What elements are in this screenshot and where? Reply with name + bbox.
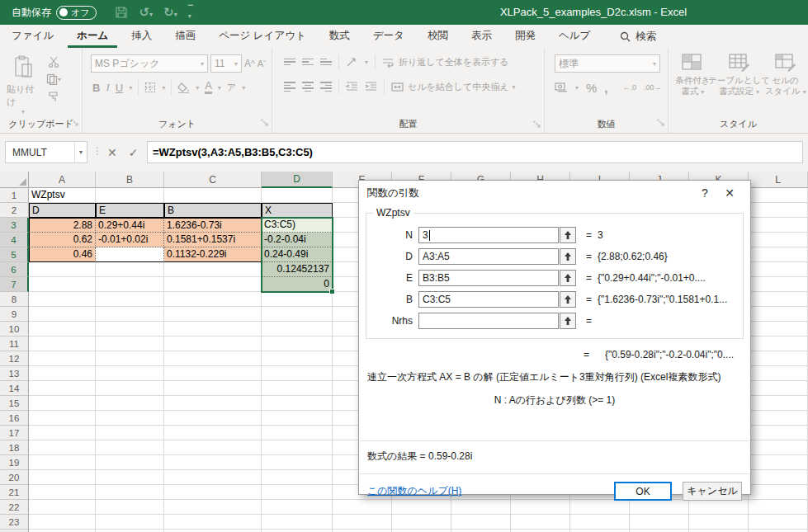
fill-color-button[interactable] [177,82,190,93]
tab-help[interactable]: ヘルプ [550,25,599,48]
cell-D9[interactable] [262,307,333,322]
row-header-11[interactable]: 11 [0,337,29,351]
cell-B20[interactable] [96,470,164,485]
tab-review[interactable]: 校閲 [418,25,457,48]
ruby-button[interactable]: ア [227,82,236,94]
shrink-font-button[interactable]: Aˇ [258,59,266,68]
cell-A11[interactable] [29,337,96,351]
cell-A8[interactable] [29,292,96,307]
cell-A7[interactable] [29,277,96,292]
undo-button[interactable]: ↺▾ [139,5,153,20]
cell-L16[interactable] [749,411,808,426]
conditional-formatting-button[interactable]: 条件付き 書式 ▾ [672,54,714,97]
merge-center-button[interactable]: セルを結合して中央揃え ▾ [391,81,516,93]
cell-A21[interactable] [29,485,96,500]
cell-C20[interactable] [164,470,262,485]
tab-draw[interactable]: 描画 [166,25,205,48]
cell-D2[interactable]: X [262,203,333,218]
cell-I23[interactable] [570,515,630,530]
cell-G22[interactable] [451,500,511,515]
cell-B1[interactable] [96,188,164,203]
tab-data[interactable]: データ [364,25,413,48]
cell-D21[interactable] [262,485,333,500]
tab-page-layout[interactable]: ページ レイアウト [210,25,315,48]
cell-C19[interactable] [164,455,262,470]
format-as-table-button[interactable]: テーブルとして 書式設定 ▾ [717,54,762,97]
cell-A15[interactable] [29,396,96,411]
cell-L11[interactable] [749,337,808,351]
customize-qat-button[interactable]: ▔▾ [188,5,192,20]
save-button[interactable] [115,6,128,19]
row-header-9[interactable]: 9 [0,307,29,322]
cell-K23[interactable] [689,515,749,530]
cell-C10[interactable] [164,322,262,337]
align-center-button[interactable] [302,82,314,92]
name-box-dropdown-icon[interactable]: ▾ [74,142,87,162]
tab-developer[interactable]: 開発 [506,25,545,48]
cell-C2[interactable]: B [164,203,262,218]
range-picker-e[interactable] [560,270,576,286]
cell-L18[interactable] [749,440,808,455]
font-color-button[interactable]: A [205,81,212,94]
cell-D14[interactable] [262,381,333,396]
cell-D23[interactable] [262,515,333,530]
row-header-21[interactable]: 21 [0,485,29,500]
cell-B3[interactable]: 0.29+0.44i [96,218,164,233]
cell-C18[interactable] [164,440,262,455]
cell-C21[interactable] [164,485,262,500]
cell-A5[interactable]: 0.46 [29,247,96,262]
orientation-button[interactable] [346,57,358,68]
arg-input-e[interactable]: B3:B5 [418,270,559,286]
cell-B23[interactable] [96,515,164,530]
cell-L1[interactable] [749,188,808,203]
cell-D16[interactable] [262,411,333,426]
cancel-button[interactable]: キャンセル [683,482,742,501]
decrease-indent-button[interactable] [346,82,358,92]
cell-E22[interactable] [333,500,392,515]
cell-B15[interactable] [96,396,164,411]
cell-D18[interactable] [262,440,333,455]
copy-button[interactable]: ▾ [46,73,61,85]
cell-D12[interactable] [262,351,333,366]
cell-B18[interactable] [96,440,164,455]
comma-style-button[interactable]: , [604,81,607,95]
tab-home[interactable]: ホーム [68,25,117,48]
row-header-7[interactable]: 7 [0,277,29,292]
cell-C23[interactable] [164,515,262,530]
col-header-D[interactable]: D [262,172,333,188]
range-picker-nrhs[interactable] [560,313,576,329]
cell-L3[interactable] [749,218,808,233]
row-header-13[interactable]: 13 [0,366,29,381]
italic-button[interactable]: I [106,81,109,94]
cell-A16[interactable] [29,411,96,426]
cell-A20[interactable] [29,470,96,485]
cell-A12[interactable] [29,351,96,366]
wrap-text-button[interactable]: 折り返して全体を表示する [382,56,509,68]
cell-C16[interactable] [164,411,262,426]
cell-L17[interactable] [749,426,808,440]
cell-A17[interactable] [29,426,96,440]
cell-C9[interactable] [164,307,262,322]
arg-input-n[interactable]: 3 [418,227,559,243]
cell-A14[interactable] [29,381,96,396]
cell-B10[interactable] [96,322,164,337]
cell-D19[interactable] [262,455,333,470]
redo-button[interactable]: ↻▾ [163,5,177,20]
percent-style-button[interactable]: % [586,81,597,95]
font-size-combobox[interactable]: 11 ▾ [210,54,242,73]
col-header-C[interactable]: C [164,172,262,188]
font-dialog-launcher[interactable] [261,115,268,129]
search-box[interactable]: 検索 [620,30,656,44]
cell-A10[interactable] [29,322,96,337]
row-header-14[interactable]: 14 [0,381,29,396]
fill-handle[interactable] [329,289,335,294]
dialog-title-bar[interactable]: 関数の引数 ? ✕ [359,181,750,205]
cell-styles-button[interactable]: セルの スタイル ▾ [765,54,807,97]
format-painter-button[interactable] [46,91,61,102]
function-help-link[interactable]: この関数のヘルプ(H) [367,484,461,498]
cell-D17[interactable] [262,426,333,440]
grow-font-button[interactable]: A^ [244,58,255,69]
cell-B4[interactable]: -0.01+0.02i [96,233,164,247]
tab-view[interactable]: 表示 [462,25,501,48]
cell-K22[interactable] [689,500,749,515]
